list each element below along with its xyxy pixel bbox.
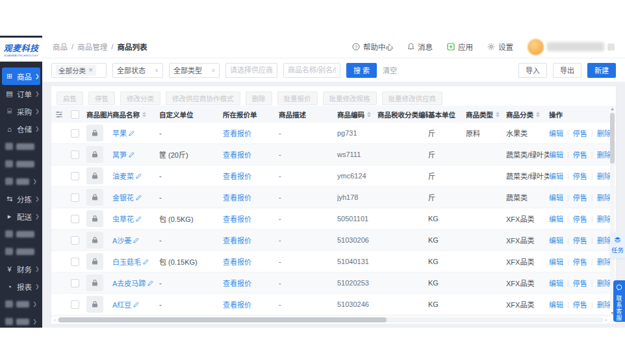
row-action-1[interactable]: 停售: [573, 299, 587, 309]
sidebar-item-delivery[interactable]: ▸配送❯: [2, 208, 40, 225]
view-quote-link[interactable]: 查看报价: [223, 171, 251, 181]
product-name-link[interactable]: 金银花: [112, 192, 142, 202]
product-image-placeholder[interactable]: [86, 253, 103, 270]
tasks-float-button[interactable]: 任务: [610, 232, 625, 258]
product-image-placeholder[interactable]: [86, 296, 103, 313]
batch-button-7[interactable]: 批量修改供应商: [382, 91, 443, 105]
product-image-placeholder[interactable]: [86, 189, 103, 206]
messages-link[interactable]: 消息: [407, 42, 433, 52]
row-action-2[interactable]: 删除: [597, 149, 610, 160]
view-quote-link[interactable]: 查看报价: [223, 192, 251, 202]
product-image-placeholder[interactable]: [86, 274, 103, 291]
row-action-0[interactable]: 编辑: [549, 171, 563, 181]
row-action-2[interactable]: 删除: [597, 128, 610, 138]
help-center-link[interactable]: ? 帮助中心: [352, 42, 393, 52]
row-action-2[interactable]: 删除: [597, 171, 610, 181]
row-action-2[interactable]: 删除: [597, 256, 610, 267]
product-name-link[interactable]: 苹果: [112, 128, 134, 138]
row-action-2[interactable]: 删除: [597, 278, 610, 288]
row-checkbox[interactable]: [71, 215, 79, 223]
sidebar-item-redacted[interactable]: [2, 138, 40, 155]
sidebar-item-sorting[interactable]: ⇆分拣❯: [2, 190, 40, 208]
sidebar-item-redacted[interactable]: [2, 243, 40, 260]
product-name-link[interactable]: 虫草花: [112, 213, 142, 224]
product-name-link[interactable]: A红豆: [112, 299, 139, 309]
sidebar-item-redacted[interactable]: [2, 225, 40, 243]
row-action-0[interactable]: 编辑: [549, 278, 563, 288]
sidebar-item-goods[interactable]: ⊞商品❯: [2, 67, 40, 85]
row-checkbox[interactable]: [71, 258, 79, 266]
type-select[interactable]: 全部类型 ∨: [169, 63, 220, 78]
avatar[interactable]: [528, 39, 544, 55]
product-name-link[interactable]: 白玉菇毛: [112, 256, 149, 267]
view-quote-link[interactable]: 查看报价: [223, 256, 251, 267]
row-action-0[interactable]: 编辑: [549, 256, 563, 267]
import-button[interactable]: 导入: [518, 63, 547, 78]
batch-button-2[interactable]: 修改分类: [120, 91, 160, 105]
row-checkbox[interactable]: [71, 193, 79, 202]
view-quote-link[interactable]: 查看报价: [223, 128, 251, 138]
horizontal-scrollbar[interactable]: ‹ ›: [54, 317, 607, 323]
view-quote-link[interactable]: 查看报价: [223, 278, 251, 288]
sort-icon[interactable]: [142, 112, 146, 117]
row-action-0[interactable]: 编辑: [549, 128, 563, 138]
collapse-icon[interactable]: [607, 43, 615, 51]
sidebar-item-redacted[interactable]: ❯: [2, 313, 40, 330]
row-action-0[interactable]: 编辑: [549, 149, 563, 160]
scroll-right-icon[interactable]: ›: [605, 317, 607, 323]
category-filter[interactable]: 全部分类 ✕: [51, 63, 107, 78]
row-checkbox[interactable]: [71, 151, 79, 159]
remove-tag-icon[interactable]: ✕: [88, 67, 94, 73]
view-quote-link[interactable]: 查看报价: [223, 235, 251, 245]
view-quote-link[interactable]: 查看报价: [223, 149, 251, 160]
sort-icon[interactable]: [367, 112, 371, 117]
batch-button-3[interactable]: 修改供应商协作模式: [166, 91, 240, 105]
row-action-1[interactable]: 停售: [573, 256, 587, 267]
supplier-input[interactable]: [225, 63, 277, 78]
sidebar-item-orders[interactable]: ▤订单❯: [2, 85, 40, 103]
row-action-2[interactable]: 删除: [597, 213, 610, 224]
row-action-1[interactable]: 停售: [573, 171, 587, 181]
status-select[interactable]: 全部状态 ∨: [112, 63, 163, 78]
sidebar-item-redacted[interactable]: ❯: [2, 295, 40, 313]
row-checkbox[interactable]: [71, 300, 79, 309]
product-image-placeholder[interactable]: [86, 232, 103, 249]
row-action-0[interactable]: 编辑: [549, 192, 563, 202]
breadcrumb-item-goods-manage[interactable]: 商品管理: [77, 42, 107, 52]
product-name-link[interactable]: A沙姜: [112, 235, 139, 245]
product-image-placeholder[interactable]: [86, 167, 103, 184]
sort-icon[interactable]: [536, 112, 540, 117]
row-action-1[interactable]: 停售: [573, 278, 587, 288]
product-image-placeholder[interactable]: [86, 146, 103, 163]
horizontal-scroll-track[interactable]: [57, 317, 604, 322]
product-image-placeholder[interactable]: [86, 210, 103, 227]
sidebar-item-reports[interactable]: ◔报表❯: [2, 278, 40, 295]
row-action-0[interactable]: 编辑: [549, 299, 563, 309]
product-image-placeholder[interactable]: [86, 125, 103, 141]
row-action-1[interactable]: 停售: [573, 192, 587, 202]
row-checkbox[interactable]: [71, 236, 79, 245]
view-quote-link[interactable]: 查看报价: [223, 213, 251, 224]
breadcrumb-item-goods[interactable]: 商品: [53, 42, 68, 52]
batch-button-1[interactable]: 停售: [88, 91, 115, 105]
clear-button[interactable]: 清空: [383, 65, 397, 75]
sort-icon[interactable]: [496, 112, 500, 117]
product-name-link[interactable]: 莴笋: [112, 149, 134, 160]
row-action-1[interactable]: 停售: [573, 235, 587, 245]
user-account[interactable]: [528, 39, 615, 55]
column-header-10[interactable]: 商品类型: [466, 110, 506, 119]
product-name-link[interactable]: A去皮马蹄: [112, 278, 153, 288]
batch-button-0[interactable]: 启售: [57, 91, 83, 105]
row-action-0[interactable]: 编辑: [549, 235, 563, 245]
export-button[interactable]: 导出: [553, 63, 581, 78]
row-checkbox[interactable]: [71, 129, 79, 138]
product-name-link[interactable]: 油麦菜: [112, 171, 142, 181]
row-action-1[interactable]: 停售: [573, 149, 587, 160]
row-checkbox[interactable]: [71, 172, 79, 180]
scroll-left-icon[interactable]: ‹: [54, 317, 56, 323]
sidebar-item-redacted[interactable]: ❯: [2, 173, 40, 190]
column-header-3[interactable]: 商品名称: [112, 110, 159, 119]
support-float-button[interactable]: 联系客服: [613, 280, 625, 322]
column-header-7[interactable]: 商品编码: [337, 110, 377, 119]
sidebar-item-redacted[interactable]: [2, 155, 40, 173]
